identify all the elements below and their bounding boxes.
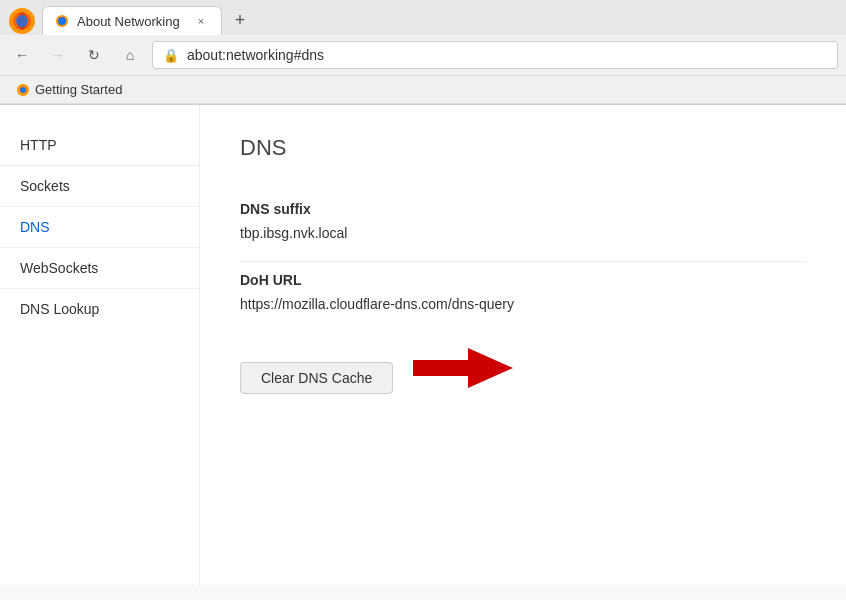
bookmarks-bar: Getting Started [0,76,846,104]
tab-close-button[interactable]: × [193,13,209,29]
nav-bar: ← → ↻ ⌂ 🔒 about:networking#dns [0,35,846,76]
back-button[interactable]: ← [8,41,36,69]
clear-dns-cache-button[interactable]: Clear DNS Cache [240,362,393,394]
home-button[interactable]: ⌂ [116,41,144,69]
sidebar: HTTP Sockets DNS WebSockets DNS Lookup [0,105,200,585]
svg-point-5 [58,17,66,25]
bookmark-favicon [16,83,30,97]
arrow-indicator [413,346,513,390]
svg-point-3 [16,15,28,27]
refresh-button[interactable]: ↻ [80,41,108,69]
tab-bar: About Networking × + [0,0,846,35]
address-text: about:networking#dns [187,47,324,63]
sidebar-item-dns-lookup[interactable]: DNS Lookup [0,289,199,329]
browser-chrome: About Networking × + ← → ↻ ⌂ 🔒 about:net… [0,0,846,105]
tab-favicon [55,14,69,28]
firefox-logo [8,7,36,35]
new-tab-button[interactable]: + [226,7,254,35]
bookmark-getting-started[interactable]: Getting Started [8,80,130,99]
dns-suffix-label: DNS suffix [240,191,806,221]
dns-section: DNS suffix tbp.ibsg.nvk.local DoH URL ht… [240,191,806,394]
dns-suffix-value: tbp.ibsg.nvk.local [240,221,806,251]
page-title: DNS [240,135,806,161]
active-tab[interactable]: About Networking × [42,6,222,35]
sidebar-item-sockets[interactable]: Sockets [0,166,199,207]
main-content: DNS DNS suffix tbp.ibsg.nvk.local DoH UR… [200,105,846,585]
sidebar-item-dns[interactable]: DNS [0,207,199,248]
sidebar-item-http[interactable]: HTTP [0,125,199,166]
svg-point-7 [20,87,26,93]
sidebar-item-websockets[interactable]: WebSockets [0,248,199,289]
red-arrow-icon [413,346,513,390]
doh-url-label: DoH URL [240,261,806,292]
svg-marker-8 [413,348,513,388]
address-bar[interactable]: 🔒 about:networking#dns [152,41,838,69]
bookmark-label: Getting Started [35,82,122,97]
button-row: Clear DNS Cache [240,342,806,394]
tab-title: About Networking [77,14,185,29]
page-content: HTTP Sockets DNS WebSockets DNS Lookup D… [0,105,846,585]
forward-button[interactable]: → [44,41,72,69]
doh-url-value: https://mozilla.cloudflare-dns.com/dns-q… [240,292,806,322]
address-icon: 🔒 [163,48,179,63]
